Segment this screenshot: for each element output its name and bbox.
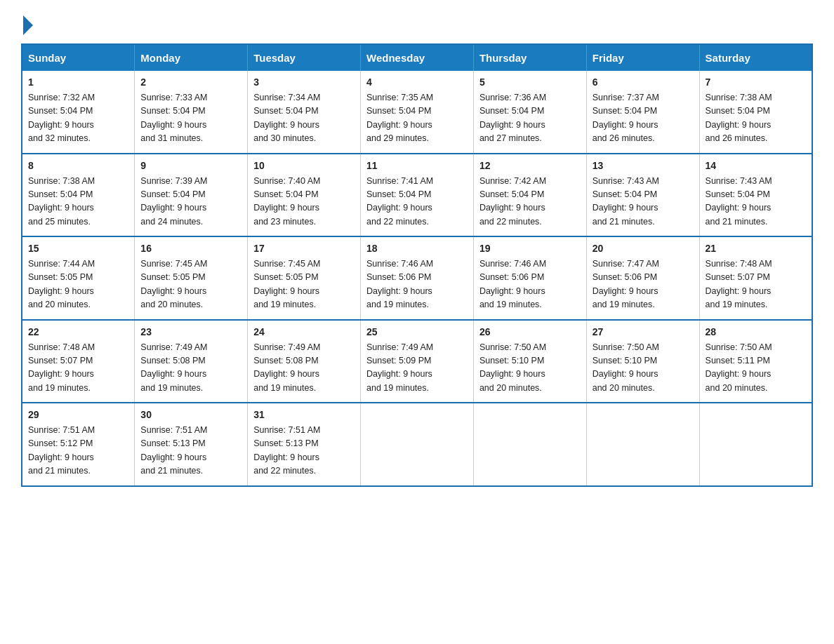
calendar-cell: 23Sunrise: 7:49 AMSunset: 5:08 PMDayligh… [135,320,248,403]
calendar-cell: 12Sunrise: 7:42 AMSunset: 5:04 PMDayligh… [473,154,586,237]
day-info: Sunrise: 7:49 AMSunset: 5:08 PMDaylight:… [253,342,320,393]
calendar-cell: 22Sunrise: 7:48 AMSunset: 5:07 PMDayligh… [22,320,135,403]
calendar-cell: 1Sunrise: 7:32 AMSunset: 5:04 PMDaylight… [22,71,135,154]
header-sunday: Sunday [22,44,135,71]
day-info: Sunrise: 7:44 AMSunset: 5:05 PMDaylight:… [28,259,95,309]
day-info: Sunrise: 7:40 AMSunset: 5:04 PMDaylight:… [253,176,320,227]
day-number: 29 [28,408,128,422]
calendar-cell: 20Sunrise: 7:47 AMSunset: 5:06 PMDayligh… [586,236,699,320]
calendar-cell: 18Sunrise: 7:46 AMSunset: 5:06 PMDayligh… [361,236,474,320]
day-number: 12 [479,159,581,173]
day-info: Sunrise: 7:48 AMSunset: 5:07 PMDaylight:… [28,342,95,393]
day-info: Sunrise: 7:51 AMSunset: 5:13 PMDaylight:… [140,425,207,476]
day-info: Sunrise: 7:47 AMSunset: 5:06 PMDaylight:… [593,259,659,309]
day-number: 20 [593,241,694,256]
day-number: 10 [253,159,355,173]
day-number: 24 [253,325,355,340]
day-number: 23 [140,325,241,340]
header-saturday: Saturday [699,44,812,71]
day-info: Sunrise: 7:45 AMSunset: 5:05 PMDaylight:… [140,259,207,309]
day-number: 9 [140,159,241,173]
day-number: 17 [253,241,355,256]
header-monday: Monday [135,44,248,71]
calendar-cell: 24Sunrise: 7:49 AMSunset: 5:08 PMDayligh… [248,320,361,403]
calendar-cell: 7Sunrise: 7:38 AMSunset: 5:04 PMDaylight… [699,71,812,154]
calendar-cell: 25Sunrise: 7:49 AMSunset: 5:09 PMDayligh… [361,320,474,403]
day-info: Sunrise: 7:38 AMSunset: 5:04 PMDaylight:… [706,93,772,143]
logo-arrow-icon [23,15,33,35]
day-info: Sunrise: 7:49 AMSunset: 5:08 PMDaylight:… [140,342,207,393]
header-tuesday: Tuesday [248,44,361,71]
day-info: Sunrise: 7:32 AMSunset: 5:04 PMDaylight:… [28,93,95,143]
day-info: Sunrise: 7:43 AMSunset: 5:04 PMDaylight:… [706,176,772,227]
calendar-cell: 10Sunrise: 7:40 AMSunset: 5:04 PMDayligh… [248,154,361,237]
day-info: Sunrise: 7:50 AMSunset: 5:10 PMDaylight:… [593,342,659,393]
week-row-3: 15Sunrise: 7:44 AMSunset: 5:05 PMDayligh… [22,236,812,320]
day-number: 26 [479,325,581,340]
day-info: Sunrise: 7:34 AMSunset: 5:04 PMDaylight:… [253,93,320,143]
day-info: Sunrise: 7:41 AMSunset: 5:04 PMDaylight:… [366,176,433,227]
day-info: Sunrise: 7:42 AMSunset: 5:04 PMDaylight:… [479,176,546,227]
day-number: 16 [140,241,241,256]
week-row-1: 1Sunrise: 7:32 AMSunset: 5:04 PMDaylight… [22,71,812,154]
header-friday: Friday [586,44,699,71]
day-number: 15 [28,241,128,256]
day-info: Sunrise: 7:35 AMSunset: 5:04 PMDaylight:… [366,93,433,143]
day-number: 31 [253,408,355,422]
calendar-cell [586,403,699,486]
day-number: 1 [28,75,128,90]
day-info: Sunrise: 7:51 AMSunset: 5:13 PMDaylight:… [253,425,320,476]
calendar-cell: 8Sunrise: 7:38 AMSunset: 5:04 PMDaylight… [22,154,135,237]
day-number: 6 [593,75,694,90]
day-number: 28 [706,325,806,340]
day-info: Sunrise: 7:50 AMSunset: 5:10 PMDaylight:… [479,342,546,393]
day-number: 7 [706,75,806,90]
calendar-cell: 9Sunrise: 7:39 AMSunset: 5:04 PMDaylight… [135,154,248,237]
day-number: 19 [479,241,581,256]
calendar-cell: 19Sunrise: 7:46 AMSunset: 5:06 PMDayligh… [473,236,586,320]
calendar-cell: 4Sunrise: 7:35 AMSunset: 5:04 PMDaylight… [361,71,474,154]
calendar-table: SundayMondayTuesdayWednesdayThursdayFrid… [21,43,813,487]
day-number: 11 [366,159,468,173]
calendar-cell: 3Sunrise: 7:34 AMSunset: 5:04 PMDaylight… [248,71,361,154]
day-info: Sunrise: 7:43 AMSunset: 5:04 PMDaylight:… [593,176,659,227]
calendar-cell: 15Sunrise: 7:44 AMSunset: 5:05 PMDayligh… [22,236,135,320]
day-number: 5 [479,75,581,90]
day-info: Sunrise: 7:48 AMSunset: 5:07 PMDaylight:… [706,259,772,309]
week-row-2: 8Sunrise: 7:38 AMSunset: 5:04 PMDaylight… [22,154,812,237]
calendar-cell [473,403,586,486]
calendar-cell: 5Sunrise: 7:36 AMSunset: 5:04 PMDaylight… [473,71,586,154]
day-number: 2 [140,75,241,90]
day-number: 8 [28,159,128,173]
day-info: Sunrise: 7:45 AMSunset: 5:05 PMDaylight:… [253,259,320,309]
day-number: 27 [593,325,694,340]
header-wednesday: Wednesday [361,44,474,71]
calendar-cell: 2Sunrise: 7:33 AMSunset: 5:04 PMDaylight… [135,71,248,154]
day-number: 14 [706,159,806,173]
calendar-cell [699,403,812,486]
calendar-cell: 31Sunrise: 7:51 AMSunset: 5:13 PMDayligh… [248,403,361,486]
calendar-cell: 27Sunrise: 7:50 AMSunset: 5:10 PMDayligh… [586,320,699,403]
day-number: 3 [253,75,355,90]
page-header [21,14,813,29]
day-info: Sunrise: 7:33 AMSunset: 5:04 PMDaylight:… [140,93,207,143]
calendar-cell: 21Sunrise: 7:48 AMSunset: 5:07 PMDayligh… [699,236,812,320]
day-info: Sunrise: 7:49 AMSunset: 5:09 PMDaylight:… [366,342,433,393]
day-info: Sunrise: 7:39 AMSunset: 5:04 PMDaylight:… [140,176,207,227]
calendar-cell: 14Sunrise: 7:43 AMSunset: 5:04 PMDayligh… [699,154,812,237]
calendar-header-row: SundayMondayTuesdayWednesdayThursdayFrid… [22,44,812,71]
day-info: Sunrise: 7:38 AMSunset: 5:04 PMDaylight:… [28,176,95,227]
calendar-cell: 26Sunrise: 7:50 AMSunset: 5:10 PMDayligh… [473,320,586,403]
day-info: Sunrise: 7:50 AMSunset: 5:11 PMDaylight:… [706,342,772,393]
day-number: 13 [593,159,694,173]
calendar-cell: 11Sunrise: 7:41 AMSunset: 5:04 PMDayligh… [361,154,474,237]
week-row-5: 29Sunrise: 7:51 AMSunset: 5:12 PMDayligh… [22,403,812,486]
calendar-cell [361,403,474,486]
day-number: 21 [706,241,806,256]
logo [21,14,33,29]
day-info: Sunrise: 7:51 AMSunset: 5:12 PMDaylight:… [28,425,95,476]
calendar-cell: 17Sunrise: 7:45 AMSunset: 5:05 PMDayligh… [248,236,361,320]
calendar-cell: 6Sunrise: 7:37 AMSunset: 5:04 PMDaylight… [586,71,699,154]
day-info: Sunrise: 7:46 AMSunset: 5:06 PMDaylight:… [479,259,546,309]
day-info: Sunrise: 7:37 AMSunset: 5:04 PMDaylight:… [593,93,659,143]
